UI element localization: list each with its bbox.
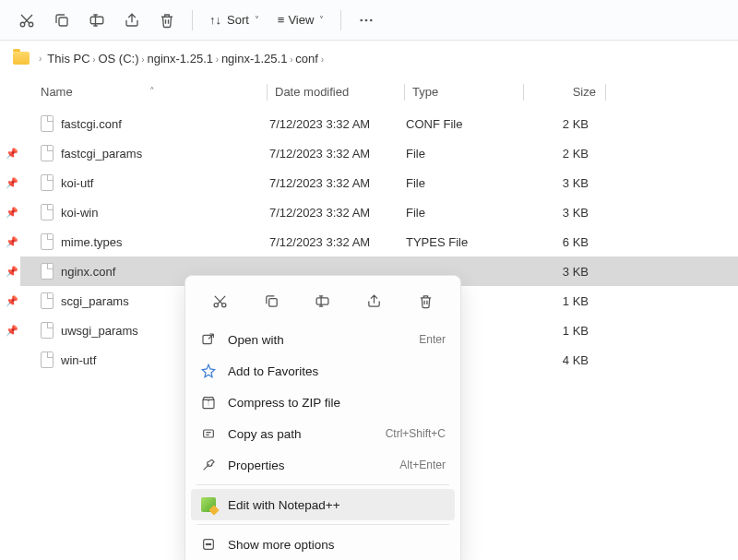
- file-name: fastcgi.conf: [61, 117, 122, 131]
- svg-point-6: [370, 18, 373, 21]
- file-size: 3 KB: [524, 206, 598, 220]
- file-size: 3 KB: [524, 265, 598, 279]
- file-size: 3 KB: [524, 176, 598, 190]
- col-type[interactable]: Type: [412, 85, 523, 99]
- file-name: win-utf: [61, 353, 96, 367]
- pin-icon: 📌: [6, 148, 18, 160]
- file-icon: [41, 263, 54, 280]
- crumb[interactable]: nginx-1.25.1: [221, 52, 288, 66]
- table-row[interactable]: 📌koi-utf7/12/2023 3:32 AMFile3 KB: [20, 168, 738, 197]
- file-name: scgi_params: [61, 294, 129, 308]
- cut-button[interactable]: [9, 5, 44, 36]
- sort-label: Sort: [227, 13, 249, 27]
- crumb[interactable]: This PC: [47, 52, 89, 66]
- copy-path-item[interactable]: Copy as path Ctrl+Shift+C: [191, 418, 455, 449]
- svg-point-14: [206, 543, 207, 544]
- svg-rect-2: [59, 18, 67, 26]
- open-with-item[interactable]: Open with Enter: [191, 324, 455, 355]
- cut-button[interactable]: [204, 287, 237, 315]
- copy-button[interactable]: [44, 5, 79, 36]
- pin-icon: 📌: [6, 295, 18, 307]
- rename-button[interactable]: [306, 287, 339, 315]
- pin-icon: 📌: [6, 266, 18, 278]
- crumb[interactable]: nginx-1.25.1: [147, 52, 213, 66]
- show-more-item[interactable]: Show more options: [191, 529, 455, 560]
- chevron-right-icon: ›: [39, 54, 42, 64]
- file-icon: [41, 115, 54, 132]
- svg-rect-9: [269, 298, 278, 306]
- more-options-icon: [200, 536, 217, 553]
- chevron-right-icon: ›: [287, 54, 295, 65]
- separator: [196, 524, 449, 525]
- crumb[interactable]: conf: [295, 52, 318, 66]
- file-icon: [41, 174, 54, 191]
- crumb[interactable]: OS (C:): [98, 52, 138, 66]
- sort-asc-icon: ˄: [149, 86, 155, 98]
- compress-zip-item[interactable]: Compress to ZIP file: [191, 387, 455, 418]
- file-name: nginx.conf: [61, 265, 115, 279]
- share-button[interactable]: [114, 5, 149, 36]
- file-type: File: [406, 147, 524, 161]
- file-name-cell: koi-win: [20, 204, 269, 220]
- col-size[interactable]: Size: [531, 85, 605, 99]
- view-label: View: [288, 13, 314, 27]
- file-date: 7/12/2023 3:32 AM: [269, 117, 406, 131]
- table-row[interactable]: 📌mime.types7/12/2023 3:32 AMTYPES File6 …: [20, 227, 738, 256]
- file-size: 2 KB: [524, 117, 598, 131]
- file-size: 1 KB: [524, 324, 598, 338]
- file-name: koi-utf: [61, 176, 93, 190]
- copy-button[interactable]: [255, 287, 288, 315]
- context-menu: Open with Enter Add to Favorites Compres…: [184, 275, 461, 560]
- file-size: 1 KB: [524, 294, 598, 308]
- file-name: mime.types: [61, 235, 122, 249]
- view-button[interactable]: ≡View˅: [268, 5, 334, 36]
- svg-point-0: [20, 22, 25, 27]
- delete-button[interactable]: [409, 287, 442, 315]
- column-headers: Name˄ Date modified Type Size: [20, 76, 738, 109]
- wrench-icon: [200, 457, 217, 473]
- file-date: 7/12/2023 3:32 AM: [269, 206, 406, 220]
- file-size: 4 KB: [524, 353, 598, 367]
- edit-notepad-item[interactable]: Edit with Notepad++: [191, 489, 455, 520]
- pin-icon: 📌: [6, 236, 18, 248]
- file-icon: [41, 322, 54, 339]
- properties-item[interactable]: Properties Alt+Enter: [191, 449, 455, 481]
- file-name-cell: fastcgi_params: [20, 145, 269, 161]
- file-icon: [41, 204, 54, 220]
- table-row[interactable]: 📌fastcgi_params7/12/2023 3:32 AMFile2 KB: [20, 138, 738, 168]
- file-name-cell: koi-utf: [20, 174, 269, 191]
- table-row[interactable]: 📌koi-win7/12/2023 3:32 AMFile3 KB: [20, 197, 738, 227]
- delete-button[interactable]: [149, 5, 184, 36]
- add-favorites-item[interactable]: Add to Favorites: [191, 355, 455, 387]
- file-icon: [41, 145, 54, 161]
- share-button[interactable]: [358, 287, 391, 315]
- file-name: fastcgi_params: [61, 147, 142, 161]
- file-name: koi-win: [61, 206, 98, 220]
- file-type: File: [406, 206, 524, 220]
- svg-rect-10: [317, 297, 329, 304]
- divider: [340, 10, 341, 30]
- file-date: 7/12/2023 3:32 AM: [269, 176, 406, 190]
- svg-point-4: [361, 18, 363, 21]
- context-quick-actions: [191, 281, 455, 324]
- svg-point-16: [209, 543, 210, 544]
- svg-rect-3: [90, 17, 103, 24]
- pin-icon: 📌: [6, 207, 18, 219]
- more-button[interactable]: [349, 5, 384, 36]
- file-date: 7/12/2023 3:32 AM: [269, 235, 406, 249]
- star-icon: [200, 363, 217, 379]
- chevron-right-icon: ›: [318, 54, 324, 65]
- rename-button[interactable]: [79, 5, 114, 36]
- file-name-cell: fastcgi.conf: [20, 115, 269, 132]
- breadcrumb[interactable]: › This PC › OS (C:) › nginx-1.25.1 › ngi…: [0, 41, 738, 76]
- sort-button[interactable]: ↑↓Sort˅: [200, 5, 268, 36]
- file-type: CONF File: [406, 117, 524, 131]
- file-size: 6 KB: [524, 235, 598, 249]
- col-date[interactable]: Date modified: [275, 85, 404, 99]
- table-row[interactable]: fastcgi.conf7/12/2023 3:32 AMCONF File2 …: [20, 109, 738, 138]
- divider: [192, 10, 193, 30]
- svg-point-5: [365, 18, 368, 21]
- col-name[interactable]: Name˄: [20, 85, 267, 99]
- toolbar: ↑↓Sort˅ ≡View˅: [0, 0, 738, 41]
- file-size: 2 KB: [524, 147, 598, 161]
